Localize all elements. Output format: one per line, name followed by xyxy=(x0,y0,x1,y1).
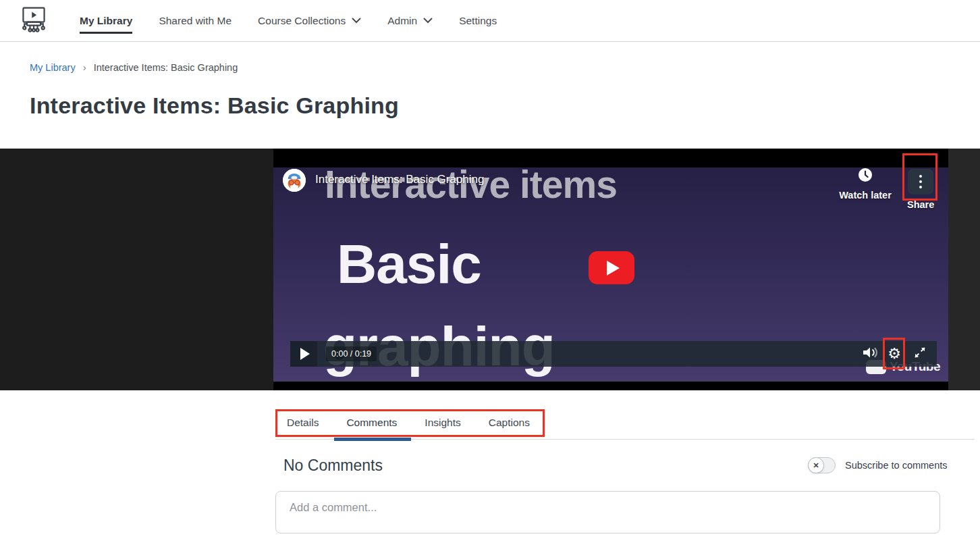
slide-title-line1: Basic xyxy=(337,232,481,296)
no-comments-heading: No Comments xyxy=(283,457,383,475)
page-title: Interactive Items: Basic Graphing xyxy=(30,93,399,119)
subscribe-label: Subscribe to comments xyxy=(845,460,948,471)
breadcrumb-current: Interactive Items: Basic Graphing xyxy=(94,62,238,73)
kebab-menu-icon xyxy=(908,169,933,194)
breadcrumb-my-library-link[interactable]: My Library xyxy=(30,62,76,73)
breadcrumb: My Library › Interactive Items: Basic Gr… xyxy=(30,61,238,73)
fullscreen-button[interactable] xyxy=(910,346,930,362)
clock-icon xyxy=(858,173,873,184)
time-display: 0:00 / 0:19 xyxy=(326,346,377,361)
video-strip: Interactive items Basic graphing Interac… xyxy=(0,149,980,390)
youtube-video-player[interactable]: Interactive items Basic graphing Interac… xyxy=(273,149,948,390)
app-logo[interactable] xyxy=(18,5,49,36)
nav-label: Settings xyxy=(459,15,497,27)
nav-item-shared-with-me[interactable]: Shared with Me xyxy=(159,0,232,42)
toggle-x-icon: ✕ xyxy=(808,457,824,473)
fullscreen-icon xyxy=(913,346,927,362)
share-label: Share xyxy=(907,199,934,210)
nav-item-settings[interactable]: Settings xyxy=(459,0,497,42)
tab-insights[interactable]: Insights xyxy=(425,417,460,429)
subscribe-toggle[interactable]: ✕ xyxy=(808,457,836,473)
media-tabs: Details Comments Insights Captions xyxy=(287,417,530,429)
nav-item-course-collections[interactable]: Course Collections xyxy=(258,0,361,42)
settings-button[interactable]: ⚙ xyxy=(884,346,904,361)
tab-details[interactable]: Details xyxy=(287,417,319,429)
tab-captions[interactable]: Captions xyxy=(489,417,530,429)
nav-items: My Library Shared with Me Course Collect… xyxy=(80,0,497,42)
media-library-page: My Library Shared with Me Course Collect… xyxy=(0,0,980,547)
youtube-play-button[interactable] xyxy=(589,251,634,284)
nav-label: Admin xyxy=(387,15,417,27)
watch-later-button[interactable]: Watch later xyxy=(834,167,896,201)
play-icon xyxy=(300,348,310,360)
active-tab-underline xyxy=(334,438,411,441)
chevron-down-icon xyxy=(352,18,361,24)
nav-label: My Library xyxy=(80,15,132,27)
channel-avatar[interactable] xyxy=(283,169,306,192)
strip-right-background xyxy=(948,149,980,390)
watch-later-label: Watch later xyxy=(834,190,896,201)
nav-label: Course Collections xyxy=(258,15,346,27)
settings-gear-icon: ⚙ xyxy=(888,346,901,361)
top-navigation: My Library Shared with Me Course Collect… xyxy=(0,0,980,42)
subscribe-to-comments: ✕ Subscribe to comments xyxy=(808,457,948,473)
nav-label: Shared with Me xyxy=(159,15,232,27)
tab-comments[interactable]: Comments xyxy=(346,417,397,429)
share-button[interactable]: Share xyxy=(907,169,934,210)
chevron-down-icon xyxy=(423,18,433,24)
volume-button[interactable] xyxy=(860,346,880,362)
nav-item-my-library[interactable]: My Library xyxy=(80,0,132,42)
player-control-bar: 0:00 / 0:19 ⚙ xyxy=(290,341,937,367)
add-comment-input[interactable] xyxy=(275,491,940,533)
volume-icon xyxy=(862,346,878,362)
breadcrumb-separator: › xyxy=(83,61,86,73)
video-overlay-title[interactable]: Interactive Items: Basic Graphing xyxy=(315,173,484,186)
nav-item-admin[interactable]: Admin xyxy=(387,0,433,42)
play-icon xyxy=(607,261,620,276)
play-button[interactable] xyxy=(290,341,317,367)
media-player-logo-icon xyxy=(19,5,49,37)
